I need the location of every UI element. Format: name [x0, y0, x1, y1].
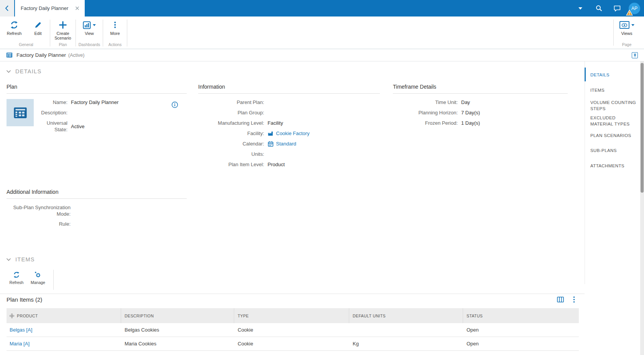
column-header-default-units[interactable]: DEFAULT UNITS — [349, 308, 463, 323]
section-header-details[interactable]: DETAILS — [6, 68, 41, 74]
eye-icon — [619, 21, 629, 29]
panel-heading: Information — [198, 84, 380, 94]
plus-icon — [59, 20, 67, 30]
bar-chart-icon — [83, 21, 91, 29]
topbar-right: AP — [571, 0, 644, 17]
button-label: Create Scenario — [51, 31, 74, 40]
product-link[interactable]: Maria [A] — [10, 341, 30, 347]
field-value: Factory Daily Planner — [71, 99, 118, 106]
field-row: Manufacturing Level: Facility — [198, 120, 380, 126]
field-row: Plan Item Level: Product — [198, 161, 380, 168]
info-icon[interactable] — [171, 101, 178, 108]
more-button[interactable]: More — [103, 20, 127, 36]
field-row: Plan Group: — [198, 109, 380, 116]
information-panel: Information Parent Plan: Plan Group: Man… — [198, 84, 380, 172]
ribbon-group-plan: Create Scenario Plan — [50, 17, 76, 49]
cell-type: Cookie — [234, 337, 349, 350]
cell-description: Belgas Cookies — [121, 323, 234, 337]
chat-button[interactable] — [608, 0, 626, 17]
tab-factory-daily-planner[interactable]: Factory Daily Planner — [15, 0, 85, 17]
ribbon-separator — [127, 20, 127, 46]
field-row: Facility: Cookie Factory — [198, 130, 380, 137]
column-header-label: TYPE — [238, 314, 249, 318]
column-header-product[interactable]: PRODUCT — [7, 308, 121, 323]
sidebar-item-details[interactable]: DETAILS — [590, 72, 637, 78]
field-label: Name: — [38, 99, 71, 106]
views-button[interactable]: Views — [616, 20, 638, 36]
sidebar-item-sub-plans[interactable]: SUB-PLANS — [590, 147, 637, 154]
field-value: 7 Day(s) — [461, 109, 480, 116]
field-label: Plan Item Level: — [198, 161, 268, 168]
field-row: Units: — [198, 151, 380, 157]
field-value: 1 Day(s) — [461, 120, 480, 126]
avatar[interactable]: AP — [629, 3, 640, 14]
calendar-link[interactable]: Standard — [276, 140, 296, 147]
section-header-items[interactable]: ITEMS — [6, 256, 35, 263]
button-label: More — [110, 31, 120, 36]
column-header-status[interactable]: STATUS — [463, 308, 579, 323]
caret-down-icon — [578, 7, 582, 10]
column-header-label: DEFAULT UNITS — [353, 314, 386, 318]
field-label: Sub-Plan Synchronization Mode: — [7, 204, 74, 217]
field-value: Active — [71, 120, 84, 133]
facility-link[interactable]: Cookie Factory — [276, 130, 309, 137]
cell-status: Open — [463, 337, 579, 350]
view-button[interactable]: View — [76, 20, 103, 36]
field-row: Description: — [38, 109, 187, 116]
calendar-icon — [268, 141, 274, 147]
field-label: Description: — [38, 109, 71, 116]
column-header-description[interactable]: DESCRIPTION — [121, 308, 234, 323]
sidebar-item-items[interactable]: ITEMS — [590, 87, 637, 93]
refresh-icon — [13, 271, 20, 278]
timeframe-panel: Timeframe Details Time Unit: Day Plannin… — [393, 84, 568, 130]
search-button[interactable] — [590, 0, 608, 17]
section-nav: DETAILS ITEMS VOLUME COUNTING STEPS EXCL… — [590, 72, 637, 169]
field-label: Planning Horizon: — [393, 109, 461, 116]
field-row: Sub-Plan Synchronization Mode: — [7, 204, 187, 217]
ribbon-group-caption: General — [2, 42, 50, 49]
topbar: Factory Daily Planner AP — [0, 0, 644, 17]
table-row[interactable]: Belgas [A] Belgas Cookies Cookie Open — [7, 323, 579, 337]
sidebar-item-plan-scenarios[interactable]: PLAN SCENARIOS — [590, 132, 637, 139]
close-icon[interactable] — [74, 5, 81, 12]
expand-icon[interactable] — [632, 52, 638, 58]
field-label: Manufacturing Level: — [198, 120, 268, 126]
items-refresh-button[interactable]: Refresh — [6, 270, 27, 285]
field-row: Universal State: Active — [38, 120, 187, 133]
sidebar-item-attachments[interactable]: ATTACHMENTS — [590, 163, 637, 169]
field-row: Calendar: Standard — [198, 140, 380, 147]
scrollbar-thumb[interactable] — [641, 63, 644, 193]
search-icon — [595, 5, 603, 12]
edit-icon — [34, 20, 42, 30]
sidebar-active-indicator — [585, 68, 586, 81]
ribbon-group-page: Views Page — [616, 17, 638, 49]
refresh-button[interactable]: Refresh — [2, 20, 26, 36]
plan-items-table: PRODUCT DESCRIPTION TYPE DEFAULT UNITS S… — [7, 308, 579, 351]
column-header-label: STATUS — [467, 314, 483, 318]
field-row: Time Unit: Day — [393, 99, 568, 106]
button-label: Refresh — [10, 280, 24, 285]
table-row[interactable]: Maria [A] Maria Cookies Cookie Kg Open — [7, 337, 579, 351]
kebab-icon[interactable] — [573, 296, 575, 303]
items-manage-button[interactable]: Manage — [27, 270, 49, 285]
button-label: Manage — [31, 280, 45, 285]
cell-description: Maria Cookies — [121, 337, 234, 350]
topbar-dropdown-button[interactable] — [571, 0, 590, 17]
sidebar-item-volume-counting-steps[interactable]: VOLUME COUNTING STEPS — [590, 99, 637, 112]
product-link[interactable]: Belgas [A] — [10, 327, 32, 333]
cell-type: Cookie — [234, 323, 349, 337]
field-label: Universal State: — [38, 120, 71, 133]
columns-icon[interactable] — [557, 297, 564, 302]
ribbon-group-caption: Plan — [50, 42, 76, 49]
ribbon-group-caption: Dashboards — [76, 42, 103, 49]
refresh-icon — [10, 20, 18, 30]
column-header-type[interactable]: TYPE — [234, 308, 349, 323]
sidebar-item-excluded-material-types[interactable]: EXCLUDED MATERIAL TYPES — [590, 115, 637, 127]
move-icon — [10, 314, 14, 318]
ribbon-group-caption: Page — [616, 42, 638, 49]
plan-icon-large — [7, 99, 34, 126]
back-button[interactable] — [0, 0, 14, 17]
create-scenario-button[interactable]: Create Scenario — [50, 20, 76, 40]
edit-button[interactable]: Edit — [26, 20, 50, 36]
column-header-label: PRODUCT — [17, 314, 38, 318]
